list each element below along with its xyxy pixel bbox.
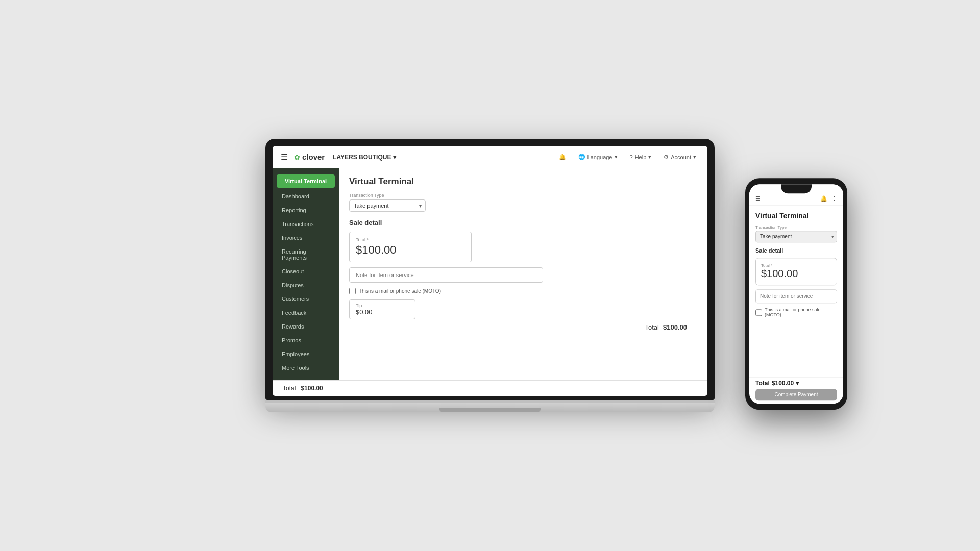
- bottom-total-label: Total: [283, 385, 296, 392]
- phone-note-input[interactable]: [755, 289, 837, 303]
- sidebar-item-recurring-payments[interactable]: Recurring Payments: [275, 245, 337, 264]
- sidebar-label-more-tools: More Tools: [282, 365, 309, 371]
- phone-total-chevron: ▾: [796, 380, 799, 387]
- sidebar-item-invoices[interactable]: Invoices: [275, 231, 337, 244]
- sidebar-label-rewards: Rewards: [282, 323, 304, 330]
- sidebar-label-transactions: Transactions: [282, 221, 314, 227]
- sale-detail-title: Sale detail: [349, 219, 697, 227]
- phone-topbar-right: 🔔 ⋮: [820, 195, 837, 202]
- sidebar-item-reporting[interactable]: Reporting: [275, 204, 337, 217]
- bell-button[interactable]: 🔔: [556, 152, 569, 162]
- phone-more-icon[interactable]: ⋮: [831, 195, 837, 202]
- laptop-base: [265, 403, 715, 412]
- sidebar-label-disputes: Disputes: [282, 282, 304, 288]
- sidebar: Virtual Terminal Dashboard Reporting Tra…: [273, 168, 339, 380]
- phone-total-label: Total *: [761, 263, 831, 268]
- help-label: Help: [635, 154, 647, 160]
- account-icon: ⚙: [664, 154, 669, 160]
- moto-label: This is a mail or phone sale (MOTO): [359, 288, 441, 294]
- globe-icon: 🌐: [578, 154, 585, 160]
- sidebar-label-feedback: Feedback: [282, 310, 306, 316]
- sidebar-item-employees[interactable]: Employees: [275, 347, 337, 361]
- sidebar-label-promos: Promos: [282, 337, 301, 343]
- transaction-type-group: Transaction Type Take payment: [349, 193, 697, 212]
- merchant-selector[interactable]: LAYERS BOUTIQUE ▾: [333, 154, 396, 161]
- hamburger-icon[interactable]: ☰: [281, 152, 288, 162]
- sidebar-label-virtual-terminal: Virtual Terminal: [285, 178, 327, 184]
- page-content: Virtual Terminal Transaction Type Take p…: [339, 168, 707, 380]
- topnav: ☰ ✿ clover LAYERS BOUTIQUE ▾ 🔔: [273, 146, 707, 168]
- sidebar-item-customers[interactable]: Customers: [275, 292, 337, 306]
- account-label: Account: [671, 154, 691, 160]
- phone-sale-detail-title: Sale detail: [755, 247, 837, 254]
- complete-payment-label: Complete Payment: [774, 392, 818, 397]
- account-button[interactable]: ⚙ Account ▾: [660, 152, 699, 162]
- sidebar-label-recurring-payments: Recurring Payments: [282, 248, 307, 261]
- total-value: $100.00: [356, 243, 465, 257]
- transaction-type-select[interactable]: Take payment: [349, 199, 426, 212]
- phone-select-wrapper: Take payment: [755, 231, 837, 242]
- moto-check[interactable]: [349, 288, 356, 294]
- total-row-value: $100.00: [663, 323, 687, 331]
- account-chevron: ▾: [693, 154, 696, 160]
- phone-bottom-total-label: Total: [755, 380, 770, 387]
- total-row: Total $100.00: [349, 323, 697, 331]
- sidebar-item-promos[interactable]: Promos: [275, 334, 337, 347]
- tip-label: Tip: [356, 303, 409, 308]
- phone-moto-checkbox[interactable]: This is a mail or phone sale (MOTO): [755, 307, 837, 317]
- phone-bottom-total-value: $100.00: [772, 380, 794, 387]
- sidebar-item-account-setup[interactable]: Account & Setup: [275, 375, 337, 380]
- language-button[interactable]: 🌐 Language ▾: [575, 152, 621, 162]
- tip-input-wrapper: Tip $0.00: [349, 299, 415, 319]
- total-row-label: Total: [645, 323, 659, 331]
- moto-checkbox[interactable]: This is a mail or phone sale (MOTO): [349, 288, 697, 294]
- sidebar-label-invoices: Invoices: [282, 235, 302, 241]
- phone-topbar-left: ☰: [755, 195, 761, 202]
- sidebar-item-more-tools[interactable]: More Tools: [275, 361, 337, 374]
- sidebar-item-rewards[interactable]: Rewards: [275, 320, 337, 333]
- bottom-bar: Total $100.00: [273, 380, 707, 396]
- phone-total-value: $100.00: [761, 268, 831, 280]
- phone-screen: ☰ 🔔 ⋮ Virtual Terminal Transaction Type: [749, 184, 843, 404]
- transaction-type-select-wrapper: Take payment: [349, 199, 426, 212]
- phone-bell-icon[interactable]: 🔔: [820, 195, 827, 202]
- sidebar-label-employees: Employees: [282, 351, 309, 357]
- logo-text: clover: [302, 153, 325, 161]
- help-button[interactable]: ? Help ▾: [627, 152, 655, 162]
- sidebar-item-dashboard[interactable]: Dashboard: [275, 190, 337, 203]
- help-chevron: ▾: [648, 154, 651, 160]
- language-chevron: ▾: [615, 154, 618, 160]
- page-title: Virtual Terminal: [349, 177, 697, 187]
- main-content: Virtual Terminal Dashboard Reporting Tra…: [273, 168, 707, 380]
- language-label: Language: [587, 154, 612, 160]
- phone-transaction-type-group: Transaction Type Take payment: [755, 225, 837, 242]
- sidebar-item-closeout[interactable]: Closeout: [275, 265, 337, 278]
- phone-bottom-total: Total $100.00 ▾: [755, 380, 837, 387]
- merchant-chevron: ▾: [393, 154, 396, 161]
- bell-icon: 🔔: [559, 154, 566, 160]
- laptop-screen-inner: ☰ ✿ clover LAYERS BOUTIQUE ▾ 🔔: [273, 146, 707, 396]
- phone-bottom-area: Total $100.00 ▾ Complete Payment: [749, 377, 843, 399]
- total-input-wrapper: Total * $100.00: [349, 232, 472, 262]
- transaction-type-label: Transaction Type: [349, 193, 697, 198]
- sidebar-item-transactions[interactable]: Transactions: [275, 217, 337, 231]
- phone-transaction-type-label: Transaction Type: [755, 225, 837, 230]
- phone-transaction-type-select[interactable]: Take payment: [755, 231, 837, 242]
- app: ☰ ✿ clover LAYERS BOUTIQUE ▾ 🔔: [273, 146, 707, 396]
- sidebar-label-closeout: Closeout: [282, 268, 304, 274]
- phone-moto-label: This is a mail or phone sale (MOTO): [765, 307, 837, 317]
- phone-moto-check[interactable]: [755, 309, 762, 316]
- sidebar-item-feedback[interactable]: Feedback: [275, 306, 337, 319]
- phone-hamburger-icon[interactable]: ☰: [755, 195, 761, 202]
- laptop: ☰ ✿ clover LAYERS BOUTIQUE ▾ 🔔: [265, 139, 715, 412]
- sidebar-item-disputes[interactable]: Disputes: [275, 279, 337, 292]
- sidebar-item-virtual-terminal[interactable]: Virtual Terminal: [277, 174, 335, 188]
- tip-section: Tip $0.00: [349, 299, 697, 319]
- help-icon: ?: [630, 154, 633, 160]
- complete-payment-button[interactable]: Complete Payment: [755, 389, 837, 400]
- phone-total-box: Total * $100.00: [755, 258, 837, 285]
- topnav-right: 🔔 🌐 Language ▾ ? Help ▾: [556, 152, 699, 162]
- clover-icon: ✿: [294, 153, 300, 161]
- sidebar-label-customers: Customers: [282, 296, 309, 302]
- note-input[interactable]: [349, 267, 543, 283]
